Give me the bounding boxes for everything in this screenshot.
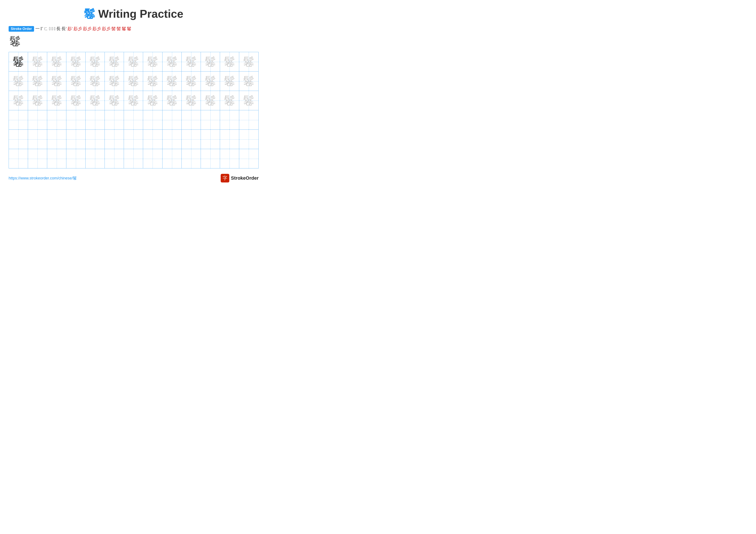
cell-6-11[interactable] [201,149,220,168]
brand-icon: 字 [221,174,229,183]
footer-url[interactable]: https://www.strokeorder.com/chinese/鬈 [9,176,77,181]
stroke-16: 鬈 [122,26,126,32]
cell-6-1[interactable] [9,149,28,168]
stroke-3: ㄈ [44,26,48,32]
cell-5-4[interactable] [67,130,86,149]
cell-3-1: 鬈 [9,91,28,110]
footer: https://www.strokeorder.com/chinese/鬈 字 … [9,174,258,183]
cell-1-13: 鬈 [239,52,258,71]
cell-6-10[interactable] [182,149,201,168]
cell-6-3[interactable] [47,149,67,168]
cell-4-13[interactable] [239,110,258,129]
cell-4-2[interactable] [28,110,47,129]
stroke-10: 髟彡 [73,26,82,32]
cell-4-7[interactable] [124,110,143,129]
cell-4-12[interactable] [220,110,239,129]
cell-6-4[interactable] [67,149,86,168]
stroke-6: 𠄌 [54,26,55,31]
cell-1-9: 鬈 [162,52,182,71]
cell-5-9[interactable] [162,130,182,149]
page-title: 鬈 Writing Practice [9,7,258,21]
cell-2-10: 鬈 [182,71,201,91]
stroke-5: 𠃎 [51,26,53,31]
cell-6-6[interactable] [105,149,124,168]
footer-brand: 字 StrokeOrder [221,174,258,183]
cell-3-6: 鬈 [105,91,124,110]
cell-6-2[interactable] [28,149,47,168]
cell-5-10[interactable] [182,130,201,149]
cell-3-12: 鬈 [220,91,239,110]
cell-3-5: 鬈 [86,91,105,110]
stroke-2: Γ [40,26,43,31]
cell-1-7: 鬈 [124,52,143,71]
cell-1-6: 鬈 [105,52,124,71]
cell-2-11: 鬈 [201,71,220,91]
cell-1-5: 鬈 [86,52,105,71]
stroke-8: 長' [62,26,67,32]
stroke-4: 𠃍 [49,26,50,31]
cell-5-5[interactable] [86,130,105,149]
cell-1-8: 鬈 [143,52,162,71]
cell-4-1[interactable] [9,110,28,129]
cell-5-3[interactable] [47,130,67,149]
cell-5-2[interactable] [28,130,47,149]
stroke-14: 髻 [111,26,116,32]
grid-row-1: 鬈 鬈 鬈 鬈 鬈 鬈 鬈 鬈 鬈 鬈 鬈 鬈 [9,52,258,71]
grid-row-3: 鬈 鬈 鬈 鬈 鬈 鬈 鬈 鬈 鬈 鬈 鬈 鬈 [9,91,258,110]
cell-4-5[interactable] [86,110,105,129]
cell-2-9: 鬈 [162,71,182,91]
cell-3-2: 鬈 [28,91,47,110]
cell-2-2: 鬈 [28,71,47,91]
cell-2-7: 鬈 [124,71,143,91]
cell-5-11[interactable] [201,130,220,149]
cell-3-7: 鬈 [124,91,143,110]
cell-3-9: 鬈 [162,91,182,110]
grid-row-5 [9,130,258,149]
cell-5-7[interactable] [124,130,143,149]
cell-2-1: 鬈 [9,71,28,91]
cell-2-4: 鬈 [67,71,86,91]
stroke-11: 髟彡 [83,26,92,32]
cell-2-3: 鬈 [47,71,67,91]
cell-6-13[interactable] [239,149,258,168]
cell-6-8[interactable] [143,149,162,168]
cell-2-12: 鬈 [220,71,239,91]
stroke-17: 鬈 [127,26,131,32]
stroke-15: 髻 [117,26,121,32]
cell-1-1: 鬈 [9,52,28,71]
cell-1-4: 鬈 [67,52,86,71]
grid-row-4 [9,110,258,130]
cell-1-10: 鬈 [182,52,201,71]
stroke-12: 髟彡 [93,26,101,32]
cell-5-8[interactable] [143,130,162,149]
cell-1-11: 鬈 [201,52,220,71]
cell-3-11: 鬈 [201,91,220,110]
cell-4-6[interactable] [105,110,124,129]
cell-5-12[interactable] [220,130,239,149]
cell-2-5: 鬈 [86,71,105,91]
stroke-order-badge: Stroke Order [9,26,34,32]
stroke-chars-list: 一 Γ ㄈ 𠃍 𠃎 𠄌 長 長' 髟' 髟彡 髟彡 髟彡 髟彡 髻 髻 鬈 鬈 [35,26,131,32]
cell-5-6[interactable] [105,130,124,149]
stroke-1: 一 [35,26,40,32]
cell-4-10[interactable] [182,110,201,129]
grid-row-6 [9,149,258,168]
cell-4-4[interactable] [67,110,86,129]
cell-5-1[interactable] [9,130,28,149]
practice-grid: 鬈 鬈 鬈 鬈 鬈 鬈 鬈 鬈 鬈 鬈 鬈 鬈 [9,52,258,168]
cell-2-8: 鬈 [143,71,162,91]
cell-6-9[interactable] [162,149,182,168]
cell-4-3[interactable] [47,110,67,129]
cell-4-11[interactable] [201,110,220,129]
cell-4-8[interactable] [143,110,162,129]
cell-3-10: 鬈 [182,91,201,110]
title-text: Writing Practice [95,8,183,20]
cell-2-13: 鬈 [239,71,258,91]
cell-3-13: 鬈 [239,91,258,110]
cell-6-5[interactable] [86,149,105,168]
cell-6-7[interactable] [124,149,143,168]
cell-5-13[interactable] [239,130,258,149]
cell-4-9[interactable] [162,110,182,129]
cell-6-12[interactable] [220,149,239,168]
stroke-9: 髟' [68,26,73,32]
